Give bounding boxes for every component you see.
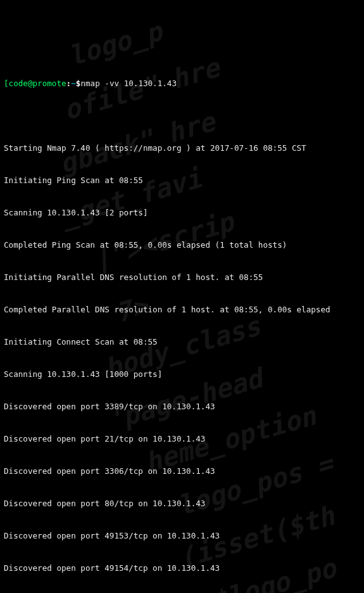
prompt-at: @: [28, 79, 33, 88]
output-line: Completed Ping Scan at 08:55, 0.00s elap…: [4, 239, 360, 250]
terminal-window[interactable]: logo_p ofile" hre gback" hre _get_favi |…: [0, 0, 364, 593]
output-line: [4, 110, 360, 121]
prompt-host: promote: [33, 79, 66, 88]
output-line: Discovered open port 3306/tcp on 10.130.…: [4, 466, 360, 476]
output-line: Initiating Connect Scan at 08:55: [4, 336, 360, 347]
output-line: Discovered open port 80/tcp on 10.130.1.…: [4, 498, 360, 509]
output-line: Discovered open port 49153/tcp on 10.130…: [4, 530, 360, 541]
output-line: Initiating Parallel DNS resolution of 1 …: [4, 272, 360, 283]
prompt-user: code: [9, 79, 28, 88]
prompt-command: nmap -vv 10.130.1.43: [80, 79, 177, 88]
output-line: Discovered open port 3389/tcp on 10.130.…: [4, 401, 360, 412]
output-line: Scanning 10.130.1.43 [1000 ports]: [4, 369, 360, 379]
output-line: Completed Parallel DNS resolution of 1 h…: [4, 304, 360, 315]
output-line: Scanning 10.130.1.43 [2 ports]: [4, 207, 360, 218]
prompt-bracket: [: [4, 79, 9, 88]
terminal-output: [code@promote:~$nmap -vv 10.130.1.43 Sta…: [4, 56, 360, 593]
prompt-line[interactable]: [code@promote:~$nmap -vv 10.130.1.43: [4, 78, 360, 89]
output-line: Discovered open port 49154/tcp on 10.130…: [4, 563, 360, 573]
output-line: Starting Nmap 7.40 ( https://nmap.org ) …: [4, 143, 360, 153]
output-line: Initiating Ping Scan at 08:55: [4, 175, 360, 186]
output-line: Discovered open port 21/tcp on 10.130.1.…: [4, 433, 360, 444]
prompt-path: ~: [71, 79, 76, 88]
